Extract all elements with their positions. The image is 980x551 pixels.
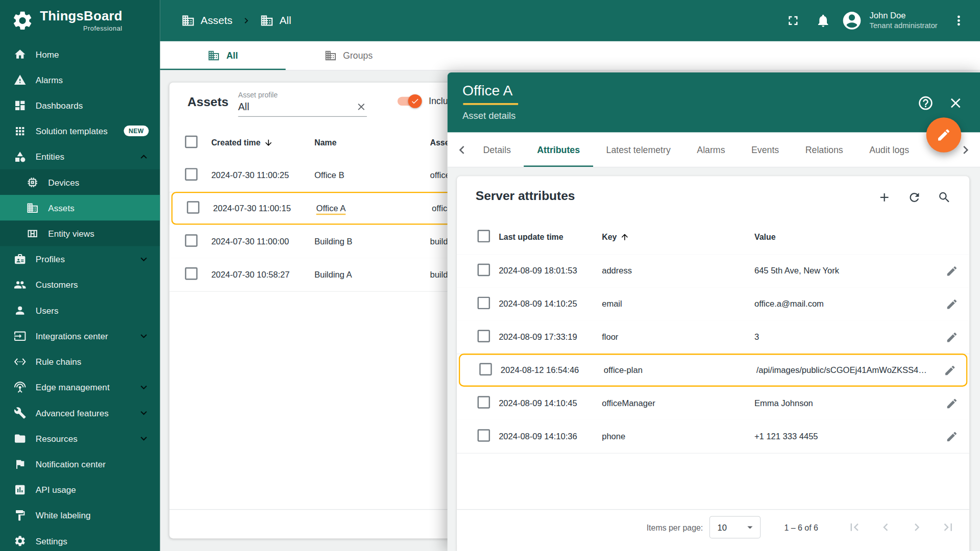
chevron-down-icon — [137, 407, 150, 419]
column-last-update-time[interactable]: Last update time — [499, 233, 602, 242]
wrench-icon — [14, 407, 26, 419]
tab-latest-telemetry[interactable]: Latest telemetry — [593, 133, 684, 167]
row-checkbox[interactable] — [478, 330, 490, 342]
column-name[interactable]: Name — [314, 138, 430, 147]
sidebar-item-notification-center[interactable]: Notification center — [0, 451, 160, 477]
tab-events[interactable]: Events — [738, 133, 792, 167]
more-menu-button[interactable] — [946, 8, 971, 33]
attribute-row[interactable]: 2024-08-09 14:10:45 officeManager Emma J… — [457, 387, 969, 420]
next-page-button[interactable] — [910, 520, 924, 535]
row-checkbox[interactable] — [478, 429, 490, 441]
column-value[interactable]: Value — [754, 233, 935, 242]
cell-key: phone — [602, 432, 754, 441]
column-key[interactable]: Key — [602, 233, 754, 242]
refresh-icon — [908, 190, 921, 204]
sidebar-item-white-labeling[interactable]: White labeling — [0, 502, 160, 528]
first-page-button[interactable] — [847, 520, 862, 535]
refresh-button[interactable] — [903, 186, 925, 209]
asset-profile-filter-label: Asset profile — [238, 91, 367, 99]
breadcrumb-root[interactable]: Assets — [201, 14, 232, 27]
edit-attribute-button[interactable] — [942, 393, 962, 413]
tab-alarms[interactable]: Alarms — [684, 133, 739, 167]
brand-text: ThingsBoard Professional — [40, 9, 122, 32]
sidebar-item-home[interactable]: Home — [0, 41, 160, 67]
sidebar-item-solution-templates[interactable]: Solution templatesNEW — [0, 118, 160, 143]
tab-details[interactable]: Details — [470, 133, 524, 167]
sidebar-item-settings[interactable]: Settings — [0, 528, 160, 551]
dashboards-icon — [14, 99, 26, 111]
sidebar-item-assets[interactable]: Assets — [0, 195, 160, 220]
tab-relations[interactable]: Relations — [792, 133, 856, 167]
attribute-row[interactable]: 2024-08-09 18:01:53 address 645 5th Ave,… — [457, 254, 969, 288]
edit-asset-fab[interactable] — [926, 117, 962, 153]
avatar[interactable] — [841, 9, 863, 32]
integrations-icon — [14, 330, 26, 342]
fullscreen-button[interactable] — [781, 8, 806, 33]
tab-groups[interactable]: Groups — [286, 41, 411, 70]
sidebar-item-users[interactable]: Users — [0, 297, 160, 323]
search-button[interactable] — [933, 186, 955, 209]
new-badge: NEW — [124, 126, 149, 136]
sidebar-item-devices[interactable]: Devices — [0, 169, 160, 195]
cell-value: Emma Johnson — [754, 398, 935, 408]
tab-audit-logs[interactable]: Audit logs — [856, 133, 922, 167]
server-attributes-card: Server attributes Last update time Key V… — [457, 176, 969, 551]
sidebar-item-profiles[interactable]: Profiles — [0, 246, 160, 271]
edit-attribute-button[interactable] — [942, 261, 962, 281]
more-vert-icon — [951, 13, 966, 28]
sidebar-item-dashboards[interactable]: Dashboards — [0, 92, 160, 118]
last-page-icon — [941, 520, 955, 535]
row-checkbox[interactable] — [478, 264, 490, 276]
sidebar-item-entities[interactable]: Entities — [0, 144, 160, 169]
tab-all[interactable]: All — [160, 41, 285, 70]
select-all-checkbox[interactable] — [185, 135, 197, 147]
sidebar-item-rule-chains[interactable]: Rule chains — [0, 348, 160, 374]
row-checkbox[interactable] — [478, 297, 490, 309]
column-created-time[interactable]: Created time — [211, 138, 314, 147]
tabs-scroll-right-button[interactable] — [958, 141, 974, 158]
help-button[interactable] — [918, 95, 934, 111]
row-checkbox[interactable] — [478, 396, 490, 408]
close-panel-button[interactable] — [947, 95, 964, 111]
sidebar-item-label: Solution templates — [36, 126, 108, 136]
sidebar-item-resources[interactable]: Resources — [0, 425, 160, 451]
items-per-page-select[interactable]: 10 — [709, 516, 761, 538]
attribute-row[interactable]: 2024-08-09 17:33:19 floor 3 — [457, 320, 969, 354]
sidebar-item-customers[interactable]: Customers — [0, 272, 160, 297]
notifications-button[interactable] — [811, 8, 836, 33]
attribute-row-highlighted[interactable]: 2024-08-12 16:54:46 office-plan /api/ima… — [459, 354, 968, 387]
brand-logo[interactable]: ThingsBoard Professional — [0, 0, 160, 41]
topbar-actions: John Doe Tenant administrator — [781, 8, 971, 33]
sidebar-item-alarms[interactable]: Alarms — [0, 67, 160, 92]
row-checkbox[interactable] — [187, 201, 199, 213]
sidebar-item-advanced-features[interactable]: Advanced features — [0, 400, 160, 425]
folder-icon — [14, 432, 26, 444]
attribute-row[interactable]: 2024-08-09 14:10:36 phone +1 121 333 445… — [457, 420, 969, 454]
edit-attribute-button[interactable] — [942, 327, 962, 347]
sidebar-item-edge-management[interactable]: Edge management — [0, 374, 160, 399]
include-toggle[interactable] — [398, 97, 420, 106]
previous-page-button[interactable] — [878, 520, 893, 535]
add-attribute-button[interactable] — [873, 186, 896, 209]
sidebar-item-integrations-center[interactable]: Integrations center — [0, 323, 160, 348]
sort-desc-icon — [263, 138, 273, 147]
sidebar-item-label: Home — [36, 49, 59, 59]
asset-profile-filter-value[interactable]: All — [238, 101, 250, 112]
edit-attribute-button[interactable] — [942, 294, 962, 314]
row-checkbox[interactable] — [185, 267, 197, 280]
asset-profile-filter[interactable]: Asset profile All — [238, 91, 367, 117]
last-page-button[interactable] — [941, 520, 955, 535]
attribute-row[interactable]: 2024-08-09 14:10:25 email office.a@mail.… — [457, 287, 969, 321]
row-checkbox[interactable] — [185, 168, 197, 180]
edit-attribute-button[interactable] — [942, 427, 962, 446]
sidebar-item-entity-views[interactable]: Entity views — [0, 220, 160, 246]
select-all-checkbox[interactable] — [478, 230, 490, 242]
tab-attributes[interactable]: Attributes — [524, 133, 593, 167]
row-checkbox[interactable] — [185, 234, 197, 246]
clear-filter-button[interactable] — [356, 101, 367, 112]
sidebar-item-api-usage[interactable]: API usage — [0, 477, 160, 502]
row-checkbox[interactable] — [479, 363, 492, 375]
edit-attribute-button[interactable] — [940, 360, 960, 380]
pencil-icon — [946, 297, 958, 310]
tabs-scroll-left-button[interactable] — [454, 141, 470, 158]
